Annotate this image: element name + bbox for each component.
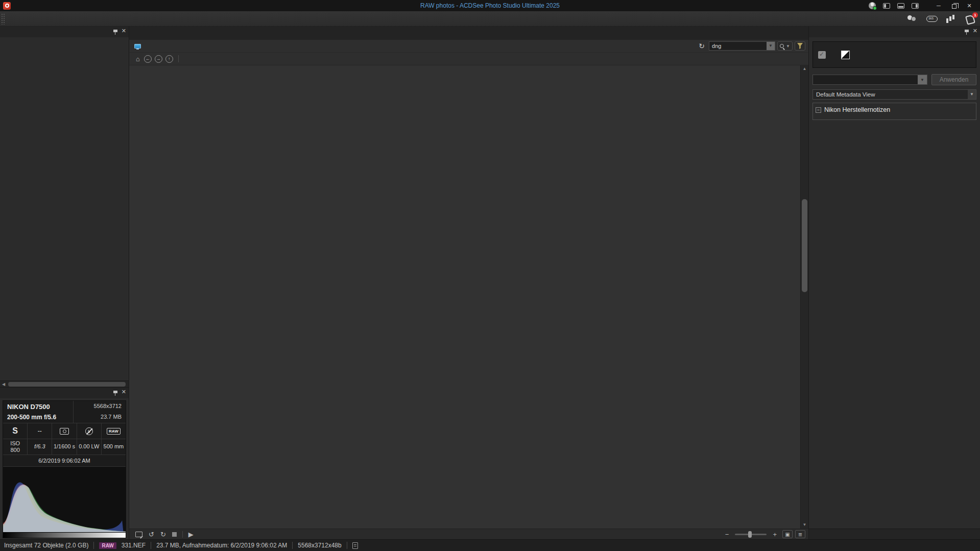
- search-box: ▼: [709, 41, 775, 51]
- toolbar-grip[interactable]: [1, 13, 5, 25]
- properties-bottom-tabs: [809, 529, 980, 539]
- histogram: [3, 467, 126, 532]
- aperture-cell: f/6.3: [28, 439, 52, 454]
- breadcrumb-bar: ↻ ▼ ▼: [129, 40, 808, 53]
- rotate-cw-icon[interactable]: ↻: [160, 531, 166, 538]
- pin-icon[interactable]: [965, 30, 969, 32]
- zoom-out-icon[interactable]: −: [725, 531, 729, 538]
- title-bar: RAW photos - ACDSee Photo Studio Ultimat…: [0, 0, 980, 11]
- grid-vscrollbar[interactable]: ▲ ▼: [800, 65, 808, 529]
- tagged-checkbox[interactable]: [818, 51, 826, 59]
- close-panel-icon[interactable]: ✕: [973, 28, 977, 34]
- layout-right-pane-icon[interactable]: [912, 3, 919, 9]
- exposure-compensation: --: [28, 423, 52, 439]
- shutter-cell: 1/1600 s: [52, 439, 77, 454]
- hscroll-thumb[interactable]: [8, 382, 126, 387]
- pin-icon[interactable]: [113, 391, 117, 393]
- filter-button[interactable]: [795, 41, 805, 51]
- minimize-button[interactable]: ─: [931, 0, 946, 11]
- restore-button[interactable]: [946, 0, 962, 11]
- close-button[interactable]: ✕: [962, 0, 977, 11]
- vscroll-down-arrow[interactable]: ▼: [803, 521, 807, 529]
- close-panel-icon[interactable]: ✕: [122, 28, 126, 34]
- refresh-icon[interactable]: ↻: [697, 42, 707, 50]
- metadata-view-select[interactable]: Default Metadata View ▼: [812, 89, 976, 100]
- slider-thumb[interactable]: [748, 531, 752, 538]
- metadata-form: − Nikon Herstellernotizen: [812, 103, 976, 120]
- collapse-section-icon[interactable]: −: [816, 107, 821, 113]
- search-button[interactable]: ▼: [777, 41, 793, 51]
- acdsee-logo-icon: [3, 2, 11, 10]
- browser-tabs: [129, 27, 808, 40]
- people-mode-icon[interactable]: [906, 14, 918, 23]
- close-panel-icon[interactable]: ✕: [122, 389, 126, 395]
- folder-panel-tabs: ✕: [0, 27, 129, 37]
- selected-filename: 331.NEF: [122, 542, 146, 549]
- exif-summary-card: NIKON D7500 200-500 mm f/5.6 5568x3712 2…: [3, 400, 126, 538]
- capture-datetime: 6/2/2019 9:06:02 AM: [3, 455, 126, 467]
- lens-info: 200-500 mm f/5.6: [7, 414, 69, 421]
- apply-button[interactable]: Anwenden: [931, 74, 976, 85]
- flash-cell: ϟ: [77, 423, 102, 439]
- grid-footer-toolbar: ↺ ↻ ▶ − + ▣ ≣: [129, 529, 808, 539]
- properties-tabs: ✕: [809, 27, 980, 37]
- layout-left-pane-icon[interactable]: [883, 3, 890, 9]
- details-view-button[interactable]: ≣: [795, 530, 805, 538]
- label-combobox[interactable]: ▼: [812, 75, 927, 85]
- format-chip: RAW: [107, 428, 121, 435]
- mobile-sync-icon[interactable]: 1: [965, 14, 976, 23]
- format-cell: RAW: [102, 423, 126, 439]
- stop-icon[interactable]: [172, 532, 177, 537]
- pin-icon[interactable]: [113, 30, 117, 32]
- forward-icon[interactable]: →: [155, 55, 162, 63]
- window-title: RAW photos - ACDSee Photo Studio Ultimat…: [0, 2, 980, 9]
- back-icon[interactable]: ←: [144, 55, 152, 63]
- image-dimensions: 5568x3712x48b: [298, 542, 341, 549]
- no-label-swatch[interactable]: [841, 51, 850, 59]
- preview-panel: ✕ NIKON D7500 200-500 mm f/5.6 5568x3712…: [0, 387, 129, 539]
- thumbnail-size-slider[interactable]: [735, 534, 767, 535]
- search-dropdown-icon[interactable]: ▼: [767, 42, 775, 50]
- vscroll-thumb[interactable]: [802, 199, 807, 292]
- dashboard-icon[interactable]: [945, 14, 957, 23]
- folder-tree-hscrollbar[interactable]: ◀: [0, 380, 129, 387]
- camera-model: NIKON D7500: [7, 403, 69, 411]
- thumbnail-grid: [129, 65, 800, 529]
- slideshow-play-icon[interactable]: ▶: [188, 531, 194, 538]
- flash-off-icon: ϟ: [85, 427, 93, 435]
- search-icon: [780, 44, 784, 48]
- zoom-in-icon[interactable]: +: [773, 531, 777, 538]
- focal-length-cell: 500 mm: [102, 439, 126, 454]
- rotate-ccw-icon[interactable]: ↺: [149, 531, 154, 538]
- funnel-icon: [797, 43, 803, 49]
- file-details: 23.7 MB, Aufnahmedatum: 6/2/2019 9:06:02…: [156, 542, 287, 549]
- file-info-icon[interactable]: [352, 542, 358, 549]
- home-icon[interactable]: ⌂: [136, 55, 140, 63]
- search-input[interactable]: [709, 43, 767, 49]
- folder-tree: [0, 37, 129, 380]
- status-bar: Insgesamt 72 Objekte (2.0 GB) RAW 331.NE…: [0, 539, 980, 551]
- thumbnail-view-button[interactable]: ▣: [782, 530, 793, 538]
- left-panel: ✕ ◀ ✕ NIKON D7500: [0, 27, 129, 539]
- combo-dropdown-icon[interactable]: ▼: [918, 75, 927, 84]
- total-objects: Insgesamt 72 Objekte (2.0 GB): [4, 542, 88, 549]
- metering-mode-cell: [52, 423, 77, 439]
- computer-icon: [134, 44, 141, 49]
- vscroll-up-arrow[interactable]: ▲: [803, 65, 807, 73]
- main-toolbar: 1: [0, 11, 980, 27]
- metering-icon: [60, 428, 69, 435]
- section-title: Nikon Herstellernotizen: [824, 106, 890, 113]
- file-size: 23.7 MB: [101, 414, 122, 420]
- up-icon[interactable]: ↑: [165, 55, 173, 63]
- flash-ev-cell: 0.00 LW: [77, 439, 102, 454]
- view-dropdown-icon[interactable]: ▼: [968, 90, 976, 99]
- file-list-panel: ↻ ▼ ▼ ⌂ ← → ↑ ▲: [129, 27, 808, 539]
- hscroll-left-arrow[interactable]: ◀: [0, 382, 7, 387]
- layout-bottom-pane-icon[interactable]: [897, 3, 904, 9]
- image-resolution: 5568x3712: [94, 403, 122, 409]
- user-avatar[interactable]: [869, 2, 876, 9]
- 365-cloud-icon[interactable]: [926, 14, 937, 23]
- preview-panel-tabs: ✕: [0, 388, 129, 398]
- edit-image-icon[interactable]: [135, 532, 142, 537]
- iso-cell: ISO800: [3, 439, 28, 454]
